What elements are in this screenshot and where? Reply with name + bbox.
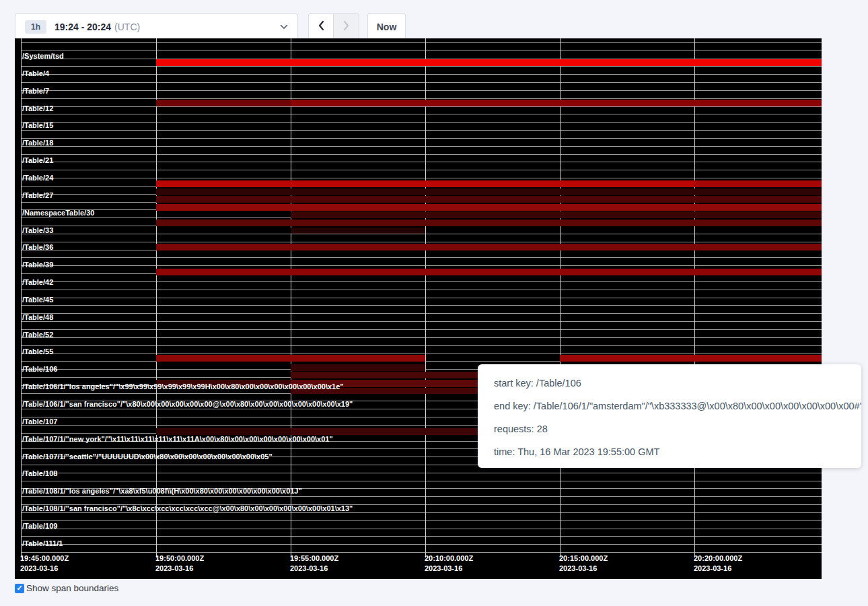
span-boundary-line [21, 353, 822, 354]
heat-band [291, 228, 425, 234]
span-boundary-line [21, 234, 822, 234]
span-boundary-line [21, 178, 822, 178]
span-boundary-line [21, 50, 822, 51]
prev-range-button[interactable] [308, 13, 334, 40]
heat-band [291, 100, 822, 106]
span-boundary-line [21, 138, 822, 139]
span-boundary-line [21, 114, 822, 114]
key-span-label: /Table/106 [22, 364, 57, 374]
span-boundary-line [21, 106, 822, 107]
key-span-label: /Table/18 [22, 138, 53, 147]
x-axis-tick-label: 20:10:00.000Z2023-03-16 [425, 553, 473, 574]
key-span-label: /Table/107/1/"new york"/"\x11\x11\x11\x1… [22, 434, 333, 444]
key-span-label: /Table/108/1/"san francisco"/"\x8c\xcc\x… [22, 504, 353, 513]
chevron-left-icon [318, 20, 324, 33]
now-button[interactable]: Now [367, 13, 406, 40]
span-boundary-line [21, 473, 822, 473]
range-duration-badge: 1h [25, 20, 46, 34]
key-span-label: /Table/39 [22, 260, 53, 269]
tick-date: 2023-03-16 [20, 564, 69, 574]
span-boundary-line [21, 122, 822, 123]
heat-band [291, 372, 478, 378]
key-span-label: /Table/107 [22, 417, 57, 426]
span-boundary-line [21, 265, 822, 266]
tick-time: 20:10:00.000Z [425, 553, 473, 564]
span-boundary-line [21, 520, 822, 521]
next-range-button[interactable] [334, 13, 359, 40]
tick-date: 2023-03-16 [559, 564, 608, 574]
key-span-label: /Table/48 [22, 312, 53, 322]
span-boundary-line [21, 170, 822, 170]
key-span-label: /Table/52 [22, 330, 53, 339]
tick-time: 19:55:00.000Z [290, 553, 338, 564]
span-boundary-line [21, 257, 822, 258]
key-span-label: /Table/107/1/"seattle"/"UUUUUUD\x00\x80\… [22, 452, 273, 461]
heat-band [291, 364, 425, 371]
key-visualizer-canvas[interactable]: /System/tsd/Table/4/Table/7/Table/12/Tab… [15, 38, 822, 579]
span-boundary-line [21, 298, 822, 298]
tick-time: 19:50:00.000Z [155, 553, 204, 564]
key-span-label: /Table/108/1/"los angeles"/"\xa8\xf5\u00… [22, 486, 302, 496]
span-boundary-line [21, 130, 822, 131]
key-span-label: /Table/45 [22, 295, 53, 304]
time-range-selector[interactable]: 1h 19:24 - 20:24 (UTC) [15, 13, 298, 40]
key-span-label: /Table/42 [22, 277, 53, 287]
tooltip-start-key: start key: /Table/106 [494, 372, 845, 395]
key-span-label: /Table/109 [22, 521, 57, 531]
key-span-label: /NamespaceTable/30 [22, 208, 94, 217]
time-bucket-gridline [694, 38, 695, 558]
span-boundary-line [21, 162, 822, 162]
key-span-label: /Table/27 [22, 191, 53, 200]
span-boundary-line [21, 481, 822, 481]
x-axis-tick-label: 20:20:00.000Z2023-03-16 [694, 553, 742, 574]
key-span-label: /Table/36 [22, 242, 53, 252]
span-boundary-line [21, 337, 822, 338]
show-span-boundaries-checkbox[interactable]: ✓ [15, 584, 24, 593]
tick-date: 2023-03-16 [290, 564, 338, 574]
heat-band [156, 180, 694, 187]
span-boundary-line [21, 536, 822, 537]
span-boundary-line [21, 154, 822, 155]
span-boundary-line [21, 290, 822, 290]
span-boundary-line [21, 281, 822, 282]
heat-band [156, 220, 822, 226]
span-boundary-line [21, 544, 822, 545]
heat-band [694, 180, 822, 187]
tooltip-requests: requests: 28 [494, 417, 845, 440]
span-boundary-line [21, 42, 822, 43]
heat-band [156, 204, 822, 211]
time-toolbar: 1h 19:24 - 20:24 (UTC) Now [15, 13, 406, 40]
time-bucket-gridline [156, 38, 157, 558]
key-span-label: /System/tsd [22, 51, 64, 61]
time-bucket-gridline [425, 38, 426, 558]
chevron-down-icon [280, 24, 288, 30]
heat-band [156, 269, 822, 275]
range-nav-group [308, 13, 359, 40]
key-span-label: /Table/111/1 [22, 539, 63, 548]
heat-band [156, 189, 822, 195]
span-boundary-line [21, 321, 822, 322]
heat-band [156, 196, 822, 203]
range-text: 19:24 - 20:24 [55, 22, 111, 32]
x-axis-tick-label: 19:50:00.000Z2023-03-16 [155, 553, 204, 574]
key-span-label: /Table/55 [22, 347, 53, 356]
span-boundary-line [21, 552, 822, 553]
tick-time: 20:20:00.000Z [694, 553, 742, 564]
show-span-boundaries-row: ✓ Show span boundaries [15, 583, 118, 593]
time-bucket-gridline [560, 38, 560, 558]
x-axis-tick-label: 19:45:00.000Z2023-03-16 [20, 553, 69, 574]
span-boundary-line [21, 90, 822, 91]
key-span-label: /Table/108 [22, 469, 57, 478]
show-span-boundaries-label: Show span boundaries [26, 583, 118, 593]
key-span-label: /Table/106/1/"san francisco"/"\x80\x00\x… [22, 399, 353, 409]
span-boundary-line [21, 242, 822, 242]
tooltip-time: time: Thu, 16 Mar 2023 19:55:00 GMT [494, 440, 845, 463]
span-boundary-line [21, 305, 822, 306]
time-bucket-gridline [291, 38, 291, 558]
x-axis-tick-label: 20:15:00.000Z2023-03-16 [559, 553, 608, 574]
span-boundary-line [21, 74, 822, 75]
tick-date: 2023-03-16 [425, 564, 473, 574]
span-boundary-line [21, 345, 822, 346]
heat-band [156, 355, 425, 362]
span-boundary-line [21, 66, 822, 67]
